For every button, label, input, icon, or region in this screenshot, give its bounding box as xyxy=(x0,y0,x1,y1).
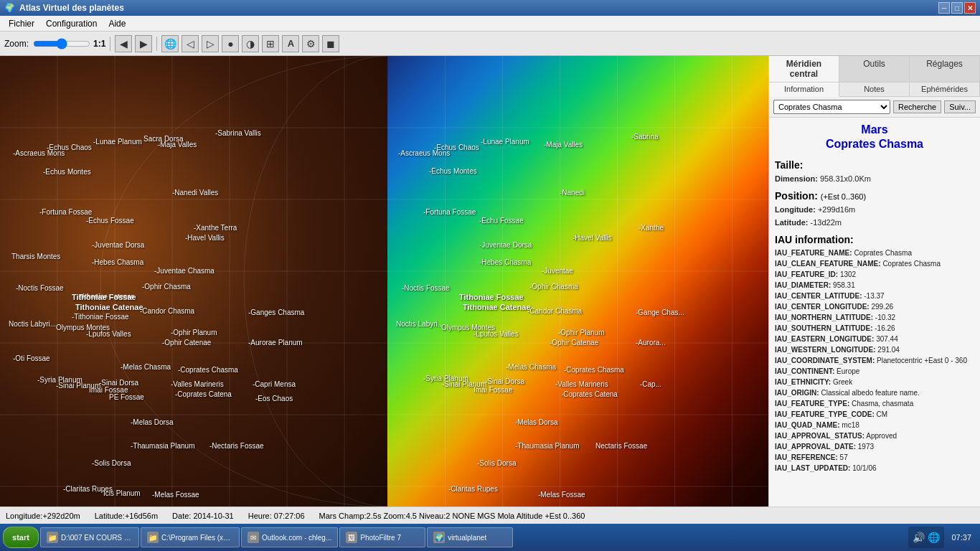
iau-title: IAU information: xyxy=(775,234,974,245)
position-section: Position: (+Est 0..360) Longitude: +299d… xyxy=(775,190,974,228)
panel-content[interactable]: Mars Coprates Chasma Taille: Dimension: … xyxy=(769,118,980,507)
latitude-row: Latitude: -13d22m xyxy=(775,217,974,228)
size-section: Taille: Dimension: 958.31x0.0Km xyxy=(775,159,974,184)
app-icon: 🌍 xyxy=(4,3,15,13)
iau-row: IAU_QUAD_NAME: mc18 xyxy=(775,420,974,430)
zoom-slider[interactable] xyxy=(33,38,90,50)
zoom-label: Zoom: xyxy=(4,39,29,49)
iau-row: IAU_FEATURE_ID: 1302 xyxy=(775,270,974,280)
map-right[interactable]: -Ascraeus Mons -Echus Chaos -Lunae Planu… xyxy=(387,56,768,507)
dimension-label: Dimension: xyxy=(775,174,818,183)
globe-button[interactable]: 🌐 xyxy=(161,35,179,52)
mars-right-background xyxy=(387,56,768,507)
iau-row: IAU_ORIGIN: Classical albedo feature nam… xyxy=(775,388,974,398)
half-sphere-button[interactable]: ◑ xyxy=(242,35,259,52)
iau-row: IAU_CONTINENT: Europe xyxy=(775,367,974,377)
taskbar-app-3[interactable]: 🖼PhotoFiltre 7 xyxy=(339,527,425,547)
dimension-value: 958.31x0.0Km xyxy=(820,174,871,183)
app-icon-4: 🌍 xyxy=(433,532,445,543)
iau-row: IAU_SOUTHERN_LATITUDE: -16.26 xyxy=(775,324,974,334)
map-area[interactable]: Tithoniae Catenae -Ascraeus Mons -Echus … xyxy=(0,56,768,507)
menu-fichier[interactable]: Fichier xyxy=(3,17,40,30)
tab-information[interactable]: Information xyxy=(769,83,839,97)
close-button[interactable]: ✕ xyxy=(964,2,976,14)
iau-section: IAU information: IAU_FEATURE_NAME: Copra… xyxy=(775,234,974,474)
nav-prev-button[interactable]: ◀ xyxy=(115,35,132,52)
iau-row: IAU_APPROVAL_DATE: 1973 xyxy=(775,442,974,452)
status-info: Mars Champ:2.5s Zoom:4.5 Niveau:2 NONE M… xyxy=(319,512,585,520)
iau-row: IAU_FEATURE_TYPE: Chasma, chasmata xyxy=(775,399,974,409)
iau-row: IAU_CLEAN_FEATURE_NAME: Coprates Chasma xyxy=(775,259,974,269)
main-area: Tithoniae Catenae -Ascraeus Mons -Echus … xyxy=(0,56,980,507)
app-icon-3: 🖼 xyxy=(346,532,357,543)
rotate-left-button[interactable]: ◁ xyxy=(182,35,199,52)
toolbar: Zoom: 1:1 ◀ ▶ 🌐 ◁ ▷ ● ◑ ⊞ A ⚙ ◼ xyxy=(0,32,980,56)
rotate-right-button[interactable]: ▷ xyxy=(202,35,219,52)
taskbar-app-0[interactable]: 📁D:\007 EN COURS 10... xyxy=(40,527,139,547)
black-button[interactable]: ◼ xyxy=(322,35,339,52)
text-button[interactable]: A xyxy=(282,35,299,52)
titlebar-controls: ─ □ ✕ xyxy=(938,2,976,14)
longitude-row: Longitude: +299d16m xyxy=(775,204,974,215)
start-button[interactable]: start xyxy=(3,527,39,548)
iau-row: IAU_FEATURE_NAME: Coprates Chasma xyxy=(775,248,974,258)
latitude-label: Latitude: xyxy=(775,218,808,227)
tab-notes[interactable]: Notes xyxy=(839,83,910,96)
toolbar-separator-1 xyxy=(110,37,110,51)
taskbar-app-4[interactable]: 🌍virtualplanet xyxy=(427,527,513,547)
tab-ephemerides[interactable]: Ephémérides xyxy=(910,83,980,96)
tab-meridien[interactable]: Méridien central xyxy=(769,56,839,82)
menu-configuration[interactable]: Configuration xyxy=(40,17,103,30)
tab-reglages[interactable]: Réglages xyxy=(910,56,980,82)
iau-row: IAU_DIAMETER: 958.31 xyxy=(775,281,974,291)
iau-row: IAU_CENTER_LONGITUDE: 299.26 xyxy=(775,302,974,312)
planet-name: Mars xyxy=(775,123,974,136)
titlebar-left: 🌍 Atlas Virtuel des planètes xyxy=(4,3,124,13)
titlebar: 🌍 Atlas Virtuel des planètes ─ □ ✕ xyxy=(0,0,980,16)
info-panel: Méridien central Outils Réglages Informa… xyxy=(768,56,980,507)
app-title: Atlas Virtuel des planètes xyxy=(19,3,124,13)
taskbar-app-1[interactable]: 📁C:\Program Files (x8... xyxy=(141,527,240,547)
panel-tabs-row1: Méridien central Outils Réglages xyxy=(769,56,980,83)
settings-button[interactable]: ⚙ xyxy=(302,35,319,52)
grid-button[interactable]: ⊞ xyxy=(262,35,279,52)
menubar: Fichier Configuration Aide xyxy=(0,16,980,32)
panel-tabs-row2: Information Notes Ephémérides xyxy=(769,83,980,97)
minimize-button[interactable]: ─ xyxy=(938,2,950,14)
taskbar-app-2[interactable]: ✉Outlook.com - chleg... xyxy=(241,527,338,547)
nav-next-button[interactable]: ▶ xyxy=(135,35,152,52)
iau-row: IAU_CENTER_LATITUDE: -13.37 xyxy=(775,291,974,301)
taskbar-system-tray: 🔊 🌐 xyxy=(908,527,944,548)
latitude-value: -13d22m xyxy=(811,218,842,227)
size-title: Taille: xyxy=(775,159,974,171)
sphere-button[interactable]: ● xyxy=(222,35,239,52)
status-time: Heure: 07:27:06 xyxy=(248,512,305,520)
recherche-button[interactable]: Recherche xyxy=(893,100,941,113)
maximize-button[interactable]: □ xyxy=(951,2,963,14)
network-icon: 🌐 xyxy=(928,532,940,543)
longitude-label: Longitude: xyxy=(775,205,816,214)
iau-data-container: IAU_FEATURE_NAME: Coprates ChasmaIAU_CLE… xyxy=(775,248,974,474)
iau-row: IAU_NORTHERN_LATITUDE: -10.32 xyxy=(775,313,974,323)
suivant-button[interactable]: Suiv... xyxy=(944,100,976,113)
tab-outils[interactable]: Outils xyxy=(839,56,910,82)
iau-row: IAU_LAST_UPDATED: 10/1/06 xyxy=(775,463,974,474)
taskbar-clock: 07:37 xyxy=(946,533,977,542)
mars-left-background xyxy=(0,56,387,507)
iau-row: IAU_APPROVAL_STATUS: Approved xyxy=(775,431,974,441)
dimension-row: Dimension: 958.31x0.0Km xyxy=(775,174,974,184)
iau-row: IAU_FEATURE_TYPE_CODE: CM xyxy=(775,410,974,420)
iau-row: IAU_ETHNICITY: Greek xyxy=(775,377,974,387)
app-icon-2: ✉ xyxy=(248,532,259,543)
app-icon-1: 📁 xyxy=(147,532,159,543)
iau-row: IAU_REFERENCE: 57 xyxy=(775,453,974,463)
iau-row: IAU_EASTERN_LONGITUDE: 307.44 xyxy=(775,334,974,344)
panel-search-row: Coprates Chasma Recherche Suiv... xyxy=(769,97,980,118)
feature-name: Coprates Chasma xyxy=(775,138,974,151)
menu-aide[interactable]: Aide xyxy=(103,17,131,30)
map-left[interactable]: Tithoniae Catenae -Ascraeus Mons -Echus … xyxy=(0,56,387,507)
iau-row: IAU_WESTERN_LONGITUDE: 291.04 xyxy=(775,345,974,355)
feature-select[interactable]: Coprates Chasma xyxy=(773,100,890,114)
position-title: Position: (+Est 0..360) xyxy=(775,190,974,202)
taskbar: start 📁D:\007 EN COURS 10...📁C:\Program … xyxy=(0,524,980,551)
